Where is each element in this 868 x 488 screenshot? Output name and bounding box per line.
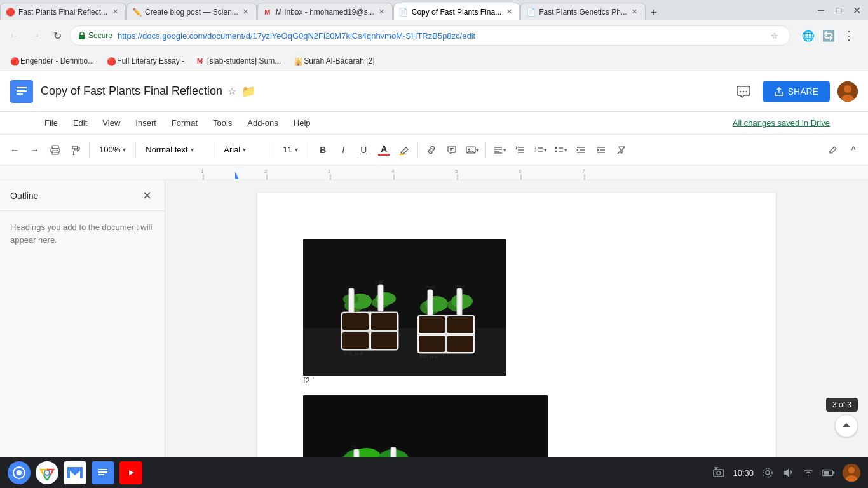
increase-indent-button[interactable] [592,140,611,159]
chrome-menu-icon[interactable]: ⋮ [840,27,858,44]
tab-close-5[interactable]: ✕ [630,7,640,17]
highlight-button[interactable] [395,140,414,159]
bold-button[interactable]: B [313,140,332,159]
docs-title-text: Copy of Fast Plants Final Reflection [41,85,222,98]
style-select[interactable]: Normal text ▾ [140,140,210,159]
taskbar-youtube-icon[interactable] [119,461,142,484]
tab-close-3[interactable]: ✕ [377,7,387,17]
underline-button[interactable]: U [354,140,373,159]
redo-button[interactable]: → [25,140,44,159]
bookmark-star-icon[interactable]: ☆ [767,28,782,43]
plant-illustration-2: F₁ [303,395,548,458]
bookmark-title-1: Engender - Definitio... [20,57,94,65]
browser-tab-4[interactable]: 📄 Copy of Fast Plants Fina... ✕ [393,3,520,20]
bookmark-2[interactable]: 🔴 Full Literary Essay - [102,53,189,69]
url-bar[interactable]: Secure https://docs.google.com/document/… [70,25,790,46]
menu-addons[interactable]: Add-ons [241,114,284,132]
menu-file[interactable]: File [38,114,64,132]
forward-button[interactable]: → [27,27,44,44]
taskbar-chrome-icon[interactable] [36,461,58,484]
bookmark-title-2: Full Literary Essay - [117,57,184,65]
title-bar: 🔴 Fast Plants Final Reflect... ✕ ✏️ Crea… [0,0,868,20]
close-button[interactable]: ✕ [850,4,863,17]
bookmark-3[interactable]: M [slab-students] Sum... [192,53,286,69]
print-button[interactable] [46,140,65,159]
app-area: Copy of Fast Plants Final Reflection ☆ 📁… [0,71,868,458]
toolbar-divider-7 [485,142,486,158]
browser-tab-1[interactable]: 🔴 Fast Plants Final Reflect... ✕ [0,3,126,20]
battery-icon[interactable] [822,466,835,479]
wifi-icon[interactable] [802,466,815,479]
svg-rect-150 [824,471,829,474]
tab-close-2[interactable]: ✕ [241,7,251,17]
browser-tab-5[interactable]: 📄 Fast Plants Genetics Ph... ✕ [520,3,646,20]
share-button[interactable]: SHARE [763,81,830,102]
refresh-button[interactable]: ↻ [48,27,66,44]
outline-close-button[interactable]: ✕ [139,188,154,203]
new-tab-button[interactable]: + [646,5,661,20]
comment-insert-button[interactable] [442,140,461,159]
folder-icon[interactable]: 📁 [241,85,255,98]
svg-rect-2 [17,87,27,88]
star-icon[interactable]: ☆ [227,85,236,97]
plant-image-1: F₁-C S₁-NP F.S, H.A [303,239,506,385]
user-avatar[interactable] [837,81,858,102]
zoom-select[interactable]: 100% ▾ [93,140,132,159]
menu-view[interactable]: View [96,114,126,132]
settings-icon[interactable] [761,466,774,479]
menu-help[interactable]: Help [287,114,317,132]
browser-tab-2[interactable]: ✏️ Create blog post — Scien... ✕ [126,3,257,20]
format-paint-button[interactable] [66,140,85,159]
tab-title-5: Fast Plants Genetics Ph... [539,8,627,17]
screenshot-icon[interactable] [712,466,725,479]
page-indicator-text: 3 of 3 [832,400,851,409]
extension-icon-1[interactable]: 🌐 [799,27,817,44]
font-select[interactable]: Arial ▾ [218,140,269,159]
url-actions: ☆ [767,28,782,43]
menu-format[interactable]: Format [165,114,204,132]
autosave-status: All changes saved in Drive [733,118,830,128]
menu-edit[interactable]: Edit [67,114,93,132]
image-button[interactable]: ▾ [463,140,482,159]
collapse-toolbar-button[interactable]: ^ [844,140,863,159]
taskbar-system-button[interactable] [8,461,31,484]
line-spacing-button[interactable] [510,140,529,159]
svg-text:7: 7 [582,168,585,174]
minimize-button[interactable]: ─ [815,4,827,17]
extension-icon-2[interactable]: 🔄 [820,27,837,44]
bookmark-4[interactable]: 🕌 Surah Al-Baqarah [2] [288,53,379,69]
align-button[interactable]: ▾ [490,140,509,159]
back-button[interactable]: ← [5,27,23,44]
bookmark-favicon-2: 🔴 [107,57,114,65]
toolbar-divider-4 [273,142,273,158]
svg-text:1: 1 [201,168,204,174]
svg-text:F.S, H.A: F.S, H.A [344,351,363,356]
maximize-button[interactable]: □ [832,4,845,17]
bullet-list-button[interactable]: ▾ [551,140,570,159]
text-color-button[interactable]: A [374,140,393,159]
edit-pencil-button[interactable] [824,140,843,159]
menu-insert[interactable]: Insert [129,114,163,132]
tab-close-1[interactable]: ✕ [110,7,120,17]
clear-formatting-button[interactable] [612,140,631,159]
document-area[interactable]: F₁-C S₁-NP F.S, H.A [165,180,868,458]
taskbar-docs-icon[interactable] [92,461,114,484]
menu-tools[interactable]: Tools [207,114,238,132]
italic-button[interactable]: I [334,140,353,159]
font-size-select[interactable]: 11 ▾ [277,140,305,159]
bookmark-favicon-4: 🕌 [294,57,301,65]
comments-button[interactable] [732,80,755,103]
taskbar-avatar[interactable] [843,464,860,482]
bookmark-1[interactable]: 🔴 Engender - Definitio... [5,53,99,69]
tab-title-4: Copy of Fast Plants Fina... [412,8,501,17]
browser-tab-3[interactable]: M M Inbox - hmohamed19@s... ✕ [257,3,393,20]
scroll-to-top-button[interactable] [835,414,858,437]
decrease-indent-button[interactable] [571,140,590,159]
style-value: Normal text [146,145,187,154]
taskbar-gmail-icon[interactable] [64,461,86,484]
undo-button[interactable]: ← [5,140,24,159]
volume-icon[interactable] [782,466,794,479]
tab-close-4[interactable]: ✕ [504,7,514,17]
numbered-list-button[interactable]: 1.2. ▾ [531,140,550,159]
link-button[interactable] [422,140,441,159]
